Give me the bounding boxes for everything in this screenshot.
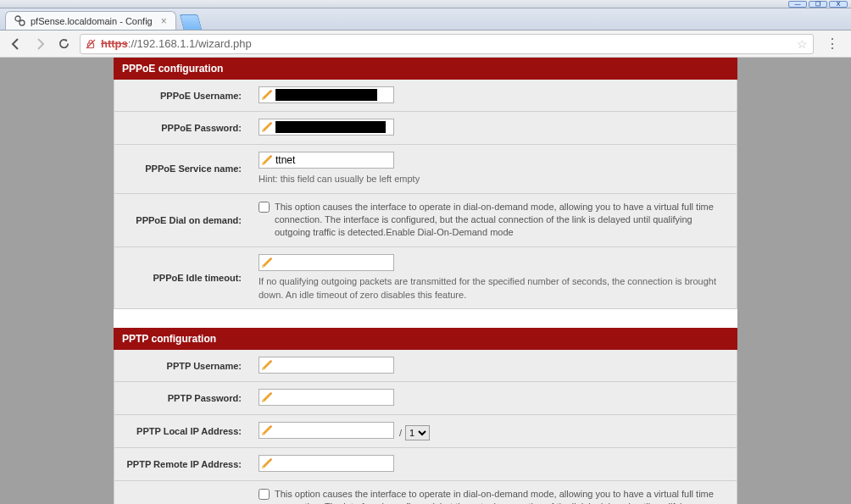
browser-menu-button[interactable]: ⋮ [822,36,843,52]
redacted-value [275,89,377,101]
config-row: PPPoE Service name:Hint: this field can … [114,145,737,194]
redacted-value [275,121,386,133]
new-tab-button[interactable] [179,14,202,30]
text-input-wrap[interactable] [259,119,394,136]
url-path: ://192.168.1.1/wizard.php [128,37,252,50]
config-row: PPPoE Password: [114,112,737,144]
field-content [250,350,737,381]
window-close-button[interactable]: X [829,1,848,8]
text-input[interactable] [275,358,403,372]
field-label: PPPoE Password: [114,112,250,143]
text-input-wrap[interactable] [259,455,394,472]
checkbox-input[interactable] [259,202,270,213]
pencil-icon [261,457,273,469]
text-input[interactable] [275,153,403,167]
text-input[interactable] [275,390,403,404]
field-content [250,112,737,143]
config-section: PPPoE configurationPPPoE Username:PPPoE … [114,58,737,309]
pencil-icon [261,154,273,166]
field-hint: If no qualifying outgoing packets are tr… [259,275,728,302]
insecure-lock-icon [86,39,96,49]
pencil-icon [261,359,273,371]
pencil-icon [261,391,273,403]
window-maximize-button[interactable]: ❐ [809,1,827,8]
text-input-wrap[interactable] [259,86,394,103]
text-input-wrap[interactable] [259,152,394,169]
url-scheme: https [101,37,128,50]
field-content [250,382,737,413]
reload-button[interactable] [56,36,71,52]
text-input-wrap[interactable] [259,422,394,439]
field-content: /1 [250,415,737,448]
field-content: This option causes the interface to oper… [250,481,737,504]
forward-button[interactable] [32,36,47,52]
field-hint: Hint: this field can usually be left emp… [259,173,728,186]
config-row: PPTP Remote IP Address: [114,448,737,480]
field-label: PPPoE Idle timeout: [114,247,250,308]
field-content [250,448,737,479]
text-input[interactable] [275,256,403,269]
address-bar[interactable]: https://192.168.1.1/wizard.php ☆ [80,34,814,54]
config-row: PPTP Password: [114,382,737,414]
pencil-icon [261,257,273,269]
pencil-icon [261,89,273,101]
config-row: PPPoE Username: [114,80,737,112]
text-input-wrap[interactable] [259,357,394,374]
back-button[interactable] [8,36,24,52]
section-header: PPPoE configuration [114,58,737,80]
pfsense-favicon-icon [14,15,25,26]
text-input[interactable] [275,424,403,437]
window-titlebar: — ❐ X [0,0,851,8]
field-content [250,80,737,111]
bookmark-star-icon[interactable]: ☆ [797,37,808,51]
field-content: If no qualifying outgoing packets are tr… [250,247,737,308]
config-row: PPPoE Dial on demand:This option causes … [114,194,737,247]
field-content: Hint: this field can usually be left emp… [250,145,737,193]
window-minimize-button[interactable]: — [788,1,807,8]
config-row: PPTP Local IP Address:/1 [114,415,737,449]
checkbox-description: This option causes the interface to oper… [275,201,728,240]
pencil-icon [261,121,273,133]
page-content: PPPoE configurationPPPoE Username:PPPoE … [114,58,737,504]
text-input-wrap[interactable] [259,254,394,271]
text-input[interactable] [275,457,403,470]
browser-tab[interactable]: pfSense.localdomain - Config × [5,11,176,30]
field-content: This option causes the interface to oper… [250,194,737,246]
field-label: PPTP Dial on demand: [114,481,250,504]
config-row: PPTP Dial on demand:This option causes t… [114,481,737,504]
config-row: PPPoE Idle timeout:If no qualifying outg… [114,247,737,309]
checkbox-description: This option causes the interface to oper… [275,488,728,504]
field-label: PPTP Password: [114,382,250,413]
field-label: PPPoE Username: [114,80,250,111]
field-label: PPPoE Service name: [114,145,250,193]
field-label: PPTP Username: [114,350,250,381]
browser-tabstrip: pfSense.localdomain - Config × [0,8,851,30]
page-viewport[interactable]: PPPoE configurationPPPoE Username:PPPoE … [0,58,851,504]
text-input-wrap[interactable] [259,389,394,406]
svg-line-2 [19,20,20,21]
cidr-select[interactable]: 1 [405,425,430,440]
field-label: PPTP Local IP Address: [114,415,250,448]
checkbox-input[interactable] [259,489,270,500]
config-section: PPTP configurationPPTP Username:PPTP Pas… [114,328,737,504]
browser-toolbar: https://192.168.1.1/wizard.php ☆ ⋮ [0,30,851,58]
tab-close-icon[interactable]: × [161,15,167,27]
field-label: PPPoE Dial on demand: [114,194,250,246]
config-row: PPTP Username: [114,350,737,382]
pencil-icon [261,424,273,436]
browser-tab-title: pfSense.localdomain - Config [31,16,153,26]
section-header: PPTP configuration [114,328,737,350]
cidr-slash: / [399,427,402,440]
field-label: PPTP Remote IP Address: [114,448,250,479]
